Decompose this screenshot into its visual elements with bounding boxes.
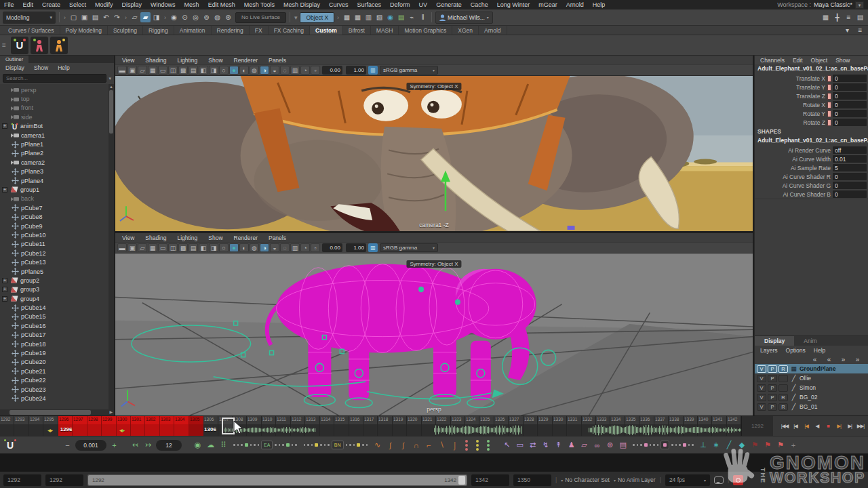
expand-toggle-icon[interactable]: +	[2, 287, 7, 292]
viewport-camera1[interactable]: ViewShadingLightingShowRendererPanels ▬▣…	[115, 56, 753, 231]
timeline-frame-1341[interactable]: 1341	[712, 416, 726, 436]
film-gate-icon[interactable]: ▭	[158, 243, 167, 252]
shape-channel-row-ai-curve-shader-r[interactable]: Ai Curve Shader R0	[755, 172, 868, 181]
camera-bookmark-icon[interactable]: ▣	[127, 243, 137, 252]
scroll-right-icon[interactable]: ▶	[109, 409, 113, 414]
color-management-icon[interactable]: ▥	[368, 243, 378, 252]
timeline-marker-icon[interactable]: ◀▶	[119, 428, 124, 432]
anim-layer-dropdown[interactable]: ▾ No Anim Layer	[614, 476, 656, 483]
shelf-tab-mash[interactable]: MASH	[371, 26, 399, 35]
timeline-frame-1339[interactable]: 1339	[684, 416, 698, 436]
outliner-item-pcube9[interactable]: pCube9	[0, 222, 108, 230]
time-slider-strip[interactable]: 1292129312941295129612971298129913001301…	[0, 416, 741, 436]
menu-create[interactable]: Create	[42, 1, 60, 8]
exposure-field[interactable]: 0.00	[322, 243, 342, 252]
shelf-tab-sculpting[interactable]: Sculpting	[108, 26, 143, 35]
channel-value-field[interactable]: 0	[833, 110, 867, 117]
flag-bright-icon[interactable]: ⚑	[776, 441, 786, 449]
resolution-gate-icon[interactable]: ◫	[168, 66, 178, 75]
outliner-menu-display[interactable]: Display	[5, 64, 24, 71]
step-back-key-button[interactable]: |◀	[801, 423, 812, 429]
key-green-icon[interactable]	[487, 444, 490, 447]
link-icon[interactable]: ∞	[592, 441, 602, 449]
timeline-frame-1303[interactable]: 1303	[160, 416, 174, 436]
channel-row-rotate-y[interactable]: Rotate Y0	[755, 109, 868, 118]
viewport-menu-renderer[interactable]: Renderer	[234, 57, 258, 64]
timeline-frame-1329[interactable]: 1329	[538, 416, 552, 436]
outliner-item-back[interactable]: back	[0, 195, 108, 203]
pause-icon[interactable]: ‖	[418, 12, 428, 22]
auto-keyframe-toggle[interactable]	[733, 475, 743, 485]
playback-start-field[interactable]: 1292	[741, 416, 773, 436]
visibility-toggle[interactable]: V	[757, 375, 766, 382]
visibility-toggle[interactable]: V	[757, 403, 766, 411]
shelf-tab-fx-caching[interactable]: FX Caching	[269, 26, 310, 35]
outliner-item-pplane4[interactable]: pPlane4	[0, 176, 108, 185]
timeline-frame-1297[interactable]: 1297	[73, 416, 87, 436]
layer-tab-display[interactable]: Display	[755, 336, 794, 346]
reference-toggle[interactable]: R	[778, 403, 788, 411]
textured-icon[interactable]: ◐	[239, 66, 249, 75]
exposure-field[interactable]: 0.00	[322, 66, 342, 75]
visibility-toggle[interactable]: V	[757, 384, 766, 392]
save-scene-icon[interactable]: ▤	[90, 12, 100, 22]
tool-settings-icon[interactable]: ▤	[855, 12, 865, 22]
channel-value-field[interactable]: 5	[833, 164, 867, 171]
shelf-tab-rigging[interactable]: Rigging	[143, 26, 174, 35]
layer-row-bg-02[interactable]: VPR╱BG_02	[755, 392, 868, 402]
ease-curve-step-icon[interactable]: ⌡	[450, 441, 460, 449]
menu-modify[interactable]: Modify	[95, 1, 113, 8]
shelf-tab-curves-surfaces[interactable]: Curves / Surfaces	[3, 26, 60, 35]
outliner-item-pplane3[interactable]: pPlane3	[0, 167, 108, 176]
outliner-item-pplane1[interactable]: pPlane1	[0, 140, 108, 148]
timeline-frame-1320[interactable]: 1320	[407, 416, 421, 436]
colorspace-dropdown[interactable]: sRGB gamma▾	[380, 66, 438, 75]
viewport-menu-shading[interactable]: Shading	[145, 57, 166, 64]
gate-mask-icon[interactable]: ▩	[178, 66, 188, 75]
shape-channel-row-ai-curve-width[interactable]: Ai Curve Width0.01	[755, 155, 868, 163]
redo-icon[interactable]: ↷	[112, 12, 122, 22]
collapse-arrow-icon[interactable]: ›	[64, 14, 66, 21]
step-back-frame-button[interactable]: |◀	[790, 423, 801, 429]
timeline-frame-1325[interactable]: 1325	[479, 416, 494, 436]
outliner-item-front[interactable]: front	[0, 104, 108, 113]
timeline-frame-1294[interactable]: 1294	[29, 416, 43, 436]
decrement-button[interactable]: −	[62, 441, 73, 449]
flag-dark-icon[interactable]: ⚑	[750, 441, 760, 449]
outliner-item-pplane2[interactable]: pPlane2	[0, 149, 108, 158]
channel-value-field[interactable]: off	[833, 146, 867, 154]
menu-edit[interactable]: Edit	[23, 1, 34, 8]
collapse-arrow-icon[interactable]: ›	[337, 14, 339, 21]
move-layer-down-icon[interactable]: «	[824, 354, 834, 365]
step-forward-key-button[interactable]: ▶|	[833, 423, 844, 429]
outliner-item-pcube8[interactable]: pCube8	[0, 212, 108, 221]
character-set-dropdown[interactable]: ▾ No Character Set	[561, 476, 610, 483]
pose-icon[interactable]: ↟	[553, 441, 564, 449]
layers-menu-options[interactable]: Options	[786, 347, 806, 354]
open-scene-icon[interactable]: ▣	[79, 12, 90, 22]
move-layer-up-icon[interactable]: «	[810, 354, 820, 365]
playback-start-field[interactable]: 1292	[45, 474, 83, 486]
render-settings-icon[interactable]: ▥	[363, 12, 374, 22]
paint-effects-icon[interactable]: ▤	[396, 12, 406, 22]
make-live-icon[interactable]: ⊛	[223, 12, 233, 22]
isolate-select-icon[interactable]: ◔	[300, 66, 310, 75]
layers-menu-layers[interactable]: Layers	[760, 347, 778, 354]
swap-selection-icon[interactable]: ⇄	[528, 441, 538, 449]
grid-icon[interactable]: ▦	[148, 243, 157, 252]
timeline-frame-1340[interactable]: 1340	[698, 416, 712, 436]
pose-slider[interactable]	[633, 441, 694, 449]
motion-trail-icon[interactable]: ↯	[540, 441, 551, 449]
outliner-item-group1[interactable]: +group1	[0, 185, 108, 194]
expand-toggle-icon[interactable]: +	[2, 296, 7, 302]
outliner-item-pcube24[interactable]: pCube24	[0, 394, 108, 403]
camera1-canvas[interactable]: Symmetry: Object X camera1 -Z	[115, 76, 753, 231]
collapse-arrow-icon[interactable]: ›	[164, 14, 166, 21]
color-management-icon[interactable]: ▥	[368, 66, 378, 75]
viewport-menu-shading[interactable]: Shading	[145, 235, 166, 241]
menu-cache[interactable]: Cache	[471, 1, 488, 8]
safe-action-icon[interactable]: ◧	[199, 243, 208, 252]
outliner-item-camera1[interactable]: camera1	[0, 131, 108, 140]
channel-value-field[interactable]: 0	[833, 173, 867, 180]
studio-library-orange-button[interactable]	[50, 37, 68, 54]
